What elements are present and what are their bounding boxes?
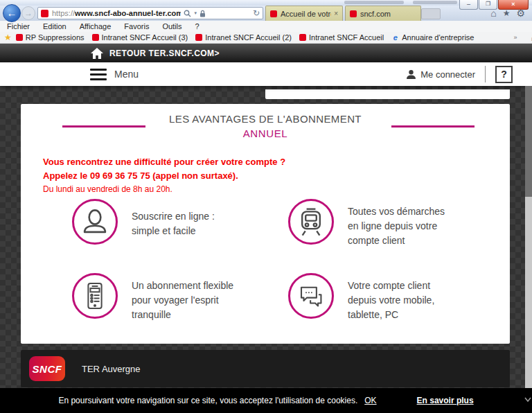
ie-icon: e — [391, 34, 399, 42]
favorites-bar: ★ RP Suppressions Intranet SNCF Accueil … — [0, 32, 532, 44]
url-text[interactable]: https://www.sncf-abo-annuel-ter.com/tapa… — [52, 9, 181, 17]
feature-text: Un abonnement flexible pour voyager l'es… — [132, 279, 233, 322]
user-icon — [406, 69, 416, 80]
region-label: TER Auvergne — [82, 364, 141, 374]
me-connecter-link[interactable]: Me connecter — [420, 69, 475, 80]
account-group: Me connecter ? — [406, 66, 513, 83]
collapsed-panel-edge — [265, 89, 510, 99]
favorite-label: Intranet SNCF Accueil (2) — [205, 33, 292, 42]
new-tab-button[interactable] — [421, 8, 441, 19]
alert-hours-line: Du lundi au vendredi de 8h au 20h. — [43, 183, 285, 196]
page-title: LES AVANTAGES DE L'ABONNEMENT — [21, 104, 510, 125]
url-host: www.sncf-abo-annuel-ter.com — [75, 9, 181, 17]
help-alert: Vous rencontrez une difficulté pour crée… — [43, 155, 285, 196]
background-window-artifact — [344, 1, 404, 4]
mobile-icon — [72, 273, 118, 319]
favorite-label: RP Suppressions — [26, 33, 85, 42]
favorite-label: Annuaire d'entreprise — [402, 33, 474, 42]
lock-icon — [200, 10, 206, 17]
tab-favicon — [350, 10, 357, 17]
favorite-intranet[interactable]: Intranet SNCF Accueil — [299, 33, 384, 42]
tab-espace-abonne[interactable]: Accueil de votre espace abo... × — [265, 6, 343, 21]
tab-title: sncf.com — [360, 10, 391, 18]
decorative-line — [62, 125, 145, 128]
menu-fichier[interactable]: Fichier — [7, 22, 30, 30]
cookie-message: En poursuivant votre navigation sur ce s… — [58, 396, 357, 405]
advantages-card: LES AVANTAGES DE L'ABONNEMENT ANNUEL Vou… — [21, 104, 510, 344]
site-top-bar: RETOUR TER.SNCF.COM> — [0, 44, 532, 62]
site-favicon — [41, 10, 48, 17]
page-background: LES AVANTAGES DE L'ABONNEMENT ANNUEL Vou… — [0, 86, 532, 388]
favorite-favicon — [299, 34, 306, 41]
window-titlebar — [0, 0, 532, 6]
favorite-favicon — [195, 34, 202, 41]
sncf-logo: SNCF — [29, 356, 65, 381]
back-button[interactable]: ← — [3, 4, 21, 22]
browser-navigation-bar: ← → https://www.sncf-abo-annuel-ter.com/… — [0, 6, 532, 21]
train-icon — [288, 199, 334, 245]
search-icon[interactable] — [184, 10, 191, 17]
minimize-button[interactable]: – — [459, 0, 478, 10]
cookie-banner: En poursuivant votre navigation sur ce s… — [0, 388, 532, 413]
feature-text: Votre compte client depuis votre mobile,… — [348, 279, 434, 322]
window-controls: – ❐ × — [459, 0, 529, 10]
scrollbar-thumb[interactable] — [525, 86, 532, 197]
divider — [485, 66, 486, 82]
menu-favoris[interactable]: Favoris — [124, 22, 149, 30]
site-menu-row: Menu Me connecter ? — [0, 62, 532, 86]
menu-aide[interactable]: ? — [195, 22, 200, 30]
favorite-label: Intranet SNCF Accueil — [309, 33, 384, 42]
site-footer: SNCF TER Auvergne — [21, 350, 510, 387]
restore-button[interactable]: ❐ — [479, 0, 497, 10]
chat-icon — [288, 273, 334, 319]
tab-bar: Accueil de votre espace abo... × sncf.co… — [265, 6, 423, 21]
url-scheme: https:// — [52, 9, 75, 17]
tab-favicon — [270, 10, 277, 17]
tab-sncf-com[interactable]: sncf.com — [345, 6, 421, 21]
favorite-rp-suppressions[interactable]: RP Suppressions — [16, 33, 85, 42]
favorite-favicon — [16, 34, 23, 41]
close-button[interactable]: × — [498, 0, 529, 10]
forward-button[interactable]: → — [21, 6, 35, 20]
tab-close-icon[interactable]: × — [334, 10, 338, 17]
favorite-intranet-3[interactable]: Intranet SNCF Accueil (3) — [92, 33, 188, 42]
address-bar[interactable]: https://www.sncf-abo-annuel-ter.com/tapa… — [37, 7, 263, 19]
page-subtitle: ANNUEL — [21, 128, 510, 139]
search-dropdown-icon[interactable]: ▾ — [194, 10, 197, 16]
menu-label[interactable]: Menu — [114, 69, 139, 80]
decorative-line — [391, 125, 475, 128]
retour-ter-link[interactable]: RETOUR TER.SNCF.COM> — [109, 49, 220, 58]
add-favorite-star-icon[interactable]: ★ — [4, 33, 12, 42]
hamburger-menu-icon[interactable] — [90, 69, 107, 80]
user-icon — [72, 199, 118, 245]
favorite-intranet-2[interactable]: Intranet SNCF Accueil (2) — [195, 33, 292, 42]
favorite-annuaire[interactable]: e Annuaire d'entreprise — [391, 33, 474, 42]
cookie-ok-link[interactable]: OK — [364, 396, 376, 405]
page-scrollbar[interactable] — [525, 86, 532, 388]
favorite-favicon — [92, 34, 99, 41]
menu-affichage[interactable]: Affichage — [80, 22, 112, 30]
tab-title: Accueil de votre espace abo... — [281, 10, 331, 18]
background-window-artifact — [413, 1, 457, 4]
site-help-button[interactable]: ? — [495, 66, 513, 83]
favorites-overflow-icon[interactable]: » — [513, 34, 517, 41]
home-icon[interactable] — [91, 48, 103, 59]
alert-phone-line: Appelez le 09 69 36 75 75 (appel non sur… — [43, 169, 285, 183]
menu-edition[interactable]: Edition — [43, 22, 66, 30]
alert-line: Vous rencontrez une difficulté pour crée… — [43, 155, 285, 169]
scroll-down-icon[interactable] — [524, 395, 532, 406]
feature-text: Souscrire en ligne : simple et facile — [132, 209, 215, 238]
menu-outils[interactable]: Outils — [162, 22, 181, 30]
feature-text: Toutes vos démarches en ligne depuis vot… — [348, 204, 445, 248]
refresh-icon[interactable]: ↻ — [253, 8, 260, 18]
favorite-label: Intranet SNCF Accueil (3) — [102, 33, 188, 42]
cookie-more-link[interactable]: En savoir plus — [417, 396, 474, 405]
browser-menu-bar: Fichier Edition Affichage Favoris Outils… — [0, 21, 532, 32]
